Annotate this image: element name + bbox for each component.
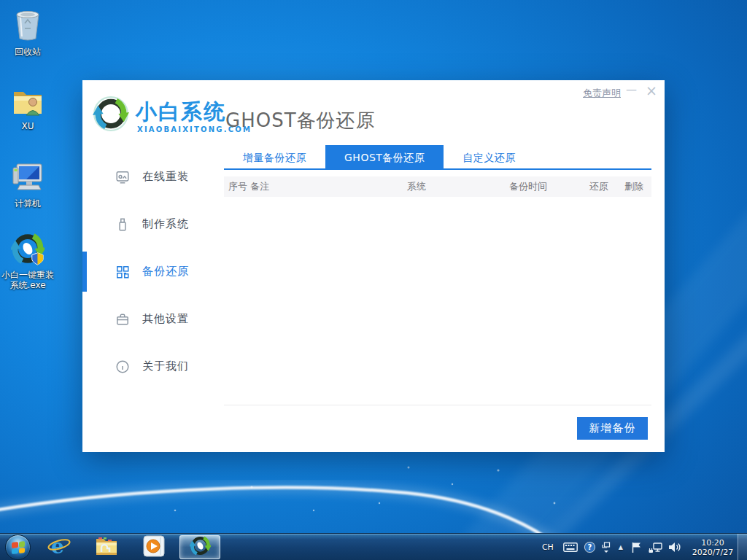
help-icon[interactable]: ? — [584, 541, 596, 553]
media-player-icon — [143, 535, 165, 560]
user-folder-icon — [11, 86, 44, 120]
svg-text:e: e — [51, 534, 64, 558]
taskbar: e — [0, 533, 747, 560]
desktop-icon-xiaobai-app[interactable]: 小白一键重装系统.exe — [0, 232, 59, 290]
sidebar-item-label: 其他设置 — [142, 312, 189, 326]
recycle-bin-icon — [12, 9, 44, 45]
desktop-icon-xu-folder[interactable]: XU — [0, 86, 59, 131]
column-header-restore: 还原 — [589, 180, 624, 193]
windows-flag-icon — [12, 541, 25, 554]
computer-icon — [11, 162, 44, 197]
usb-drive-icon — [115, 217, 130, 232]
system-tray: CH ? — [542, 534, 735, 560]
column-header-note: 备注 — [250, 180, 407, 193]
info-circle-icon — [115, 359, 130, 374]
desktop-icon-computer[interactable]: 计算机 — [0, 162, 59, 209]
column-header-system: 系统 — [407, 180, 509, 193]
taskbar-clock[interactable]: 10:20 2020/7/27 — [690, 538, 735, 557]
sidebar-item-label: 备份还原 — [142, 265, 189, 279]
sidebar-item-make-system[interactable]: 制作系统 — [82, 201, 224, 248]
clock-time: 10:20 — [690, 538, 735, 548]
desktop-icon-label: 小白一键重装系统.exe — [0, 270, 58, 290]
keyboard-icon[interactable] — [563, 542, 578, 552]
sidebar-item-backup-restore[interactable]: 备份还原 — [82, 248, 224, 295]
network-icon[interactable] — [649, 542, 662, 553]
new-backup-button[interactable]: 新增备份 — [577, 417, 648, 440]
show-desktop-button[interactable] — [738, 534, 747, 560]
column-header-backup-time: 备份时间 — [509, 180, 589, 193]
content-panel: 增量备份还原 GHOST备份还原 自定义还原 序号 备注 系统 备份时间 还原 … — [224, 145, 651, 452]
sidebar-item-other-settings[interactable]: 其他设置 — [82, 295, 224, 343]
xiaobai-app-icon — [11, 232, 44, 268]
tab-bar: 增量备份还原 GHOST备份还原 自定义还原 — [224, 145, 651, 170]
language-indicator[interactable]: CH — [542, 542, 554, 552]
xiaobai-logo-icon — [93, 96, 129, 132]
sidebar-item-label: 关于我们 — [142, 359, 189, 373]
backup-grid-icon — [115, 265, 130, 279]
show-hidden-icons-button[interactable]: ▲ — [619, 544, 623, 551]
taskbar-explorer-button[interactable] — [84, 535, 129, 559]
sidebar-item-about-us[interactable]: 关于我们 — [82, 343, 224, 390]
internet-explorer-icon: e — [47, 534, 71, 560]
disclaimer-link[interactable]: 免责声明 — [583, 87, 621, 100]
taskbar-xiaobai-app-button[interactable] — [179, 535, 220, 559]
page-title: GHOST备份还原 — [225, 108, 376, 133]
column-header-delete: 删除 — [624, 180, 651, 193]
monitor-reinstall-icon — [115, 170, 130, 184]
start-button[interactable] — [5, 534, 31, 560]
sidebar-item-label: 制作系统 — [142, 217, 189, 231]
xiaobai-app-icon — [190, 535, 211, 559]
desktop-icon-label: XU — [0, 121, 59, 131]
desktop-icon-recycle-bin[interactable]: 回收站 — [0, 9, 59, 57]
desktop: 回收站 XU 计算机 — [0, 0, 747, 560]
column-header-index: 序号 — [228, 180, 250, 193]
taskbar-media-player-button[interactable] — [131, 535, 177, 559]
close-button[interactable]: × — [646, 82, 657, 98]
minimize-button[interactable]: — — [626, 83, 637, 96]
sidebar: 在线重装 制作系统 — [82, 153, 224, 390]
sidebar-item-label: 在线重装 — [142, 170, 189, 184]
table-header-row: 序号 备注 系统 备份时间 还原 删除 — [224, 176, 651, 197]
tab-custom-restore[interactable]: 自定义还原 — [444, 145, 535, 168]
action-center-flag-icon[interactable] — [631, 542, 643, 553]
taskbar-internet-explorer-button[interactable]: e — [36, 535, 82, 559]
clock-date: 2020/7/27 — [690, 548, 735, 557]
desktop-icon-label: 回收站 — [0, 47, 59, 57]
app-window: 小白系统 XIAOBAIXITONG.COM GHOST备份还原 免责声明 — … — [82, 80, 665, 452]
window-restore-icon[interactable] — [602, 542, 611, 553]
svg-text:?: ? — [587, 543, 592, 551]
tab-ghost-backup-restore[interactable]: GHOST备份还原 — [325, 145, 444, 168]
volume-icon[interactable] — [668, 542, 681, 553]
brand-name: 小白系统 — [136, 98, 226, 127]
sidebar-item-online-reinstall[interactable]: 在线重装 — [82, 153, 224, 201]
footer-divider — [224, 405, 651, 405]
folder-explorer-icon — [95, 536, 118, 559]
toolbox-icon — [115, 312, 130, 327]
tab-incremental-backup-restore[interactable]: 增量备份还原 — [224, 145, 325, 168]
desktop-icon-label: 计算机 — [0, 198, 59, 209]
